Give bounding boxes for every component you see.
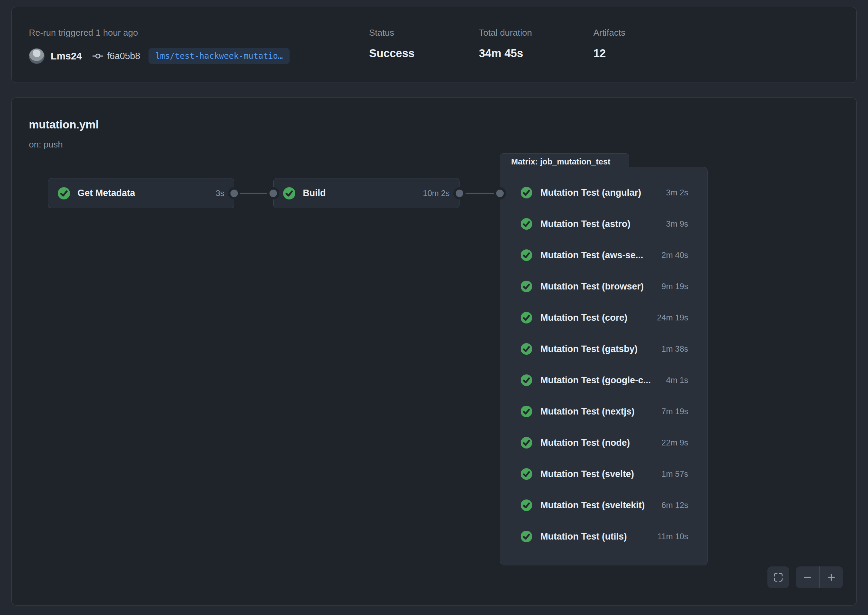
matrix-job-duration: 1m 38s <box>655 344 688 354</box>
job-label: Get Metadata <box>78 188 135 198</box>
total-duration-value: 34m 45s <box>479 47 532 60</box>
check-circle-icon <box>521 312 532 323</box>
matrix-group-tab: Matrix: job_mutation_test <box>500 153 629 168</box>
check-circle-icon <box>521 187 532 198</box>
check-circle-icon <box>283 187 295 200</box>
matrix-job-label: Mutation Test (sveltekit) <box>540 500 645 511</box>
stat-label: Status <box>369 28 415 38</box>
matrix-job-label: Mutation Test (core) <box>540 312 628 323</box>
matrix-job-label: Mutation Test (nextjs) <box>540 406 634 417</box>
matrix-job-row[interactable]: Mutation Test (aws-se... 2m 40s <box>521 240 688 271</box>
check-circle-icon <box>521 406 532 417</box>
artifacts-count-value: 12 <box>593 47 625 60</box>
job-duration: 10m 2s <box>423 189 450 198</box>
workflow-graph-card: mutation.yml on: push Get Metadata 3s Bu… <box>11 98 857 606</box>
matrix-job-label: Mutation Test (node) <box>540 438 630 448</box>
matrix-job-row[interactable]: Mutation Test (astro) 3m 9s <box>521 208 688 240</box>
matrix-job-row[interactable]: Mutation Test (core) 24m 19s <box>521 302 688 333</box>
avatar[interactable] <box>29 48 45 64</box>
run-summary-card: Re-run triggered 1 hour ago Lms24 f6a05b… <box>11 7 857 83</box>
matrix-job-row[interactable]: Mutation Test (sveltekit) 6m 12s <box>521 490 688 521</box>
minus-icon <box>802 572 813 582</box>
matrix-job-label: Mutation Test (utils) <box>540 531 627 542</box>
matrix-job-label: Mutation Test (svelte) <box>540 469 634 479</box>
matrix-job-row[interactable]: Mutation Test (browser) 9m 19s <box>521 271 688 302</box>
matrix-job-duration: 9m 19s <box>655 282 688 291</box>
check-circle-icon <box>521 250 532 261</box>
matrix-job-duration: 4m 1s <box>660 375 688 385</box>
matrix-job-duration: 1m 57s <box>655 469 688 479</box>
graph-edge <box>459 193 500 194</box>
user-name-link[interactable]: Lms24 <box>51 51 82 62</box>
matrix-group-body: Mutation Test (angular) 3m 2s Mutation T… <box>500 167 707 565</box>
job-node-build[interactable]: Build 10m 2s <box>273 178 459 208</box>
matrix-job-duration: 3m 2s <box>660 188 688 197</box>
matrix-job-row[interactable]: Mutation Test (angular) 3m 2s <box>521 177 688 208</box>
matrix-job-row[interactable]: Mutation Test (utils) 11m 10s <box>521 521 688 552</box>
check-circle-icon <box>58 187 70 200</box>
matrix-job-label: Mutation Test (astro) <box>540 219 631 229</box>
status-value: Success <box>369 47 415 60</box>
matrix-job-label: Mutation Test (aws-se... <box>540 250 643 261</box>
check-circle-icon <box>521 375 532 386</box>
git-commit-icon <box>92 50 104 62</box>
stat-status: Status Success <box>369 28 415 60</box>
matrix-job-duration: 3m 9s <box>660 219 688 229</box>
graph-edge <box>234 193 273 194</box>
fullscreen-icon <box>773 572 784 582</box>
edge-connector-dot <box>230 190 238 197</box>
matrix-job-label: Mutation Test (gatsby) <box>540 344 638 354</box>
matrix-job-duration: 7m 19s <box>655 407 688 416</box>
stat-total-duration: Total duration 34m 45s <box>479 28 532 60</box>
job-duration: 3s <box>216 189 224 198</box>
job-label: Build <box>303 188 326 198</box>
zoom-out-button[interactable] <box>796 567 819 588</box>
matrix-job-label: Mutation Test (angular) <box>540 187 641 198</box>
edge-connector-dot <box>270 190 277 197</box>
branch-link[interactable]: lms/test-hackweek-mutatio… <box>148 48 290 64</box>
workflow-file-title: mutation.yml <box>29 118 98 131</box>
matrix-job-label: Mutation Test (google-c... <box>540 375 651 386</box>
fullscreen-button[interactable] <box>767 567 789 588</box>
stat-artifacts: Artifacts 12 <box>593 28 625 60</box>
matrix-job-row[interactable]: Mutation Test (google-c... 4m 1s <box>521 365 688 396</box>
matrix-job-duration: 6m 12s <box>655 501 688 510</box>
zoom-control <box>796 567 843 588</box>
matrix-job-duration: 22m 9s <box>655 438 688 448</box>
check-circle-icon <box>521 531 532 542</box>
matrix-job-row[interactable]: Mutation Test (nextjs) 7m 19s <box>521 396 688 427</box>
matrix-job-duration: 24m 19s <box>651 313 688 322</box>
check-circle-icon <box>521 499 532 511</box>
job-node-get-metadata[interactable]: Get Metadata 3s <box>48 178 234 208</box>
stat-label: Artifacts <box>593 28 625 38</box>
plus-icon <box>826 572 837 582</box>
check-circle-icon <box>521 468 532 480</box>
zoom-in-button[interactable] <box>819 567 843 588</box>
commit-identity-row: Lms24 f6a05b8 lms/test-hackweek-mutatio… <box>29 47 290 66</box>
matrix-job-label: Mutation Test (browser) <box>540 281 644 292</box>
edge-connector-dot <box>496 190 504 197</box>
workflow-trigger-event: on: push <box>29 139 63 150</box>
workflow-run-page: { "colors": { "page-bg": "#252931", "car… <box>0 0 868 615</box>
matrix-job-duration: 2m 40s <box>655 250 688 260</box>
edge-connector-dot <box>456 190 463 197</box>
check-circle-icon <box>521 437 532 448</box>
commit-sha-link[interactable]: f6a05b8 <box>107 51 141 61</box>
matrix-job-duration: 11m 10s <box>651 532 688 541</box>
matrix-job-row[interactable]: Mutation Test (svelte) 1m 57s <box>521 458 688 490</box>
stat-label: Total duration <box>479 28 532 38</box>
check-circle-icon <box>521 218 532 230</box>
check-circle-icon <box>521 281 532 292</box>
matrix-job-row[interactable]: Mutation Test (node) 22m 9s <box>521 427 688 458</box>
check-circle-icon <box>521 343 532 355</box>
matrix-job-row[interactable]: Mutation Test (gatsby) 1m 38s <box>521 333 688 365</box>
run-trigger-text: Re-run triggered 1 hour ago <box>29 28 138 38</box>
